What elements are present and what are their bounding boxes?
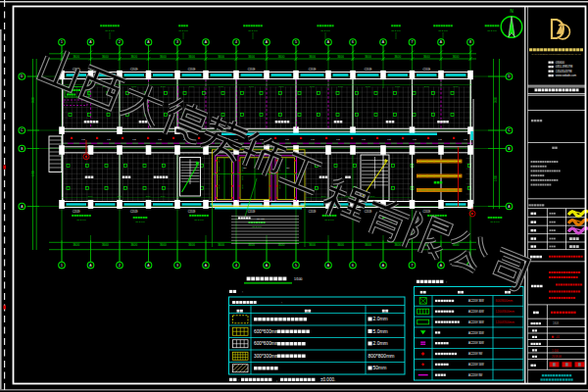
svg-text:4: 4 [235, 40, 237, 44]
svg-text:2400: 2400 [279, 85, 285, 87]
svg-text:Ch 2.700: Ch 2.700 [320, 29, 330, 32]
svg-text:AC220V 40W: AC220V 40W [468, 310, 484, 314]
svg-text:2.0mm: 2.0mm [373, 316, 388, 321]
svg-text:2400: 2400 [424, 85, 430, 87]
svg-text:800*800mm: 800*800mm [368, 353, 395, 359]
svg-text:AC220V 35W: AC220V 35W [468, 331, 484, 335]
svg-text:3600: 3600 [130, 55, 137, 59]
svg-text:C1519: C1519 [365, 210, 372, 214]
svg-text:3600: 3600 [73, 243, 79, 247]
svg-text:AC220V 36W: AC220V 36W [468, 320, 484, 324]
svg-text:3600: 3600 [453, 55, 460, 59]
svg-text:3600: 3600 [494, 97, 498, 103]
svg-text:3600: 3600 [365, 55, 371, 59]
svg-text:3600: 3600 [423, 55, 430, 59]
svg-text:3600: 3600 [394, 243, 401, 247]
svg-text:: www.sxdade.com: : www.sxdade.com [555, 74, 577, 77]
svg-text::: : [281, 301, 282, 305]
svg-text:7: 7 [412, 264, 414, 268]
svg-text:3600: 3600 [160, 55, 167, 59]
svg-text:C1519: C1519 [73, 210, 80, 214]
svg-text:2400: 2400 [131, 85, 137, 87]
svg-text:3600: 3600 [278, 55, 285, 59]
svg-text:,: , [276, 377, 277, 382]
svg-text:5.0mm: 5.0mm [373, 328, 388, 334]
svg-text:600*600mm: 600*600mm [254, 329, 279, 334]
svg-text:3600: 3600 [309, 243, 316, 247]
svg-text:Ch 4.50: Ch 4.50 [257, 218, 265, 220]
svg-text:3600: 3600 [278, 243, 285, 247]
svg-text:3600: 3600 [73, 55, 79, 59]
svg-text:1200X300mm: 1200X300mm [496, 320, 515, 324]
svg-text:3600: 3600 [160, 243, 167, 247]
svg-text:1808: 1808 [553, 321, 559, 325]
svg-text:N: N [510, 9, 513, 14]
svg-text:3600: 3600 [365, 243, 371, 247]
svg-text:Ch 2.700: Ch 2.700 [391, 29, 401, 32]
svg-text:C1519: C1519 [130, 68, 138, 72]
svg-text:3600: 3600 [31, 97, 35, 103]
svg-text:Ch 2.700: Ch 2.700 [438, 29, 448, 32]
svg-text:C1519: C1519 [188, 210, 196, 214]
svg-text:300*300mm: 300*300mm [254, 354, 279, 359]
svg-text:3600: 3600 [102, 243, 109, 247]
svg-text:: 13503543798: : 13503543798 [555, 70, 572, 74]
svg-text:3600: 3600 [218, 243, 224, 247]
svg-text:600*600mm: 600*600mm [254, 341, 279, 346]
svg-text:2400: 2400 [395, 85, 401, 87]
svg-text:2400: 2400 [366, 85, 371, 87]
svg-text:±0.000.: ±0.000. [320, 377, 335, 382]
svg-text::: : [446, 279, 447, 284]
svg-text:3600: 3600 [309, 55, 316, 59]
svg-text:7: 7 [412, 40, 414, 44]
svg-text:-01: -01 [556, 335, 560, 339]
svg-text:AC220V 30W: AC220V 30W [468, 341, 484, 345]
svg-text:2: 2 [119, 40, 121, 44]
svg-text:3600: 3600 [337, 243, 344, 247]
svg-text:C1519: C1519 [365, 68, 372, 72]
svg-text:3600: 3600 [394, 55, 401, 59]
svg-text:2018.06: 2018.06 [552, 355, 562, 359]
svg-text:2400: 2400 [338, 85, 344, 87]
svg-text:C1519: C1519 [309, 68, 317, 72]
svg-text:Ch 2.700: Ch 2.700 [487, 29, 497, 32]
svg-text:C1519: C1519 [422, 210, 430, 214]
svg-text:C1519: C1519 [248, 210, 256, 214]
svg-text:3600: 3600 [102, 55, 109, 59]
svg-text:C1519: C1519 [248, 68, 256, 72]
svg-text:C1519: C1519 [130, 210, 138, 214]
svg-text:3600: 3600 [337, 55, 344, 59]
svg-text:Ch 2.700: Ch 2.700 [178, 29, 188, 32]
svg-text:AC220V 16W: AC220V 16W [468, 363, 484, 367]
svg-text:: 0351-3985798: : 0351-3985798 [555, 65, 573, 69]
svg-text:5: 5 [295, 264, 297, 268]
svg-text::: : [238, 377, 239, 382]
svg-text:Ch 2.800: Ch 2.800 [135, 220, 145, 223]
svg-text:1: 1 [61, 264, 63, 268]
svg-text:AC220V 9W: AC220V 9W [468, 352, 483, 356]
svg-text:Ch 2.700: Ch 2.700 [105, 29, 115, 32]
svg-text:AC220V 36W: AC220V 36W [468, 299, 484, 303]
svg-text:5700: 5700 [494, 175, 498, 181]
svg-text:C1519: C1519 [309, 210, 317, 214]
svg-text:4: 4 [235, 264, 237, 268]
svg-text:2400: 2400 [161, 85, 167, 87]
svg-text:2400: 2400 [249, 85, 255, 87]
svg-text:3: 3 [176, 264, 178, 268]
svg-text:: 030600: : 030600 [555, 61, 565, 65]
svg-text:5: 5 [295, 40, 297, 44]
svg-text:Ch 2.700: Ch 2.700 [248, 29, 258, 32]
svg-text:3: 3 [176, 40, 178, 44]
svg-text:3600: 3600 [248, 243, 255, 247]
svg-text:3600: 3600 [130, 243, 137, 247]
svg-text:6: 6 [352, 264, 354, 268]
svg-text:Ch 2.800: Ch 2.800 [490, 220, 500, 223]
svg-text:50mm: 50mm [373, 365, 387, 370]
svg-text:2: 2 [119, 264, 121, 268]
svg-text:2400: 2400 [189, 85, 195, 87]
svg-text:Ch 2.800: Ch 2.800 [76, 219, 86, 221]
svg-text:3600: 3600 [188, 243, 195, 247]
svg-text:3600: 3600 [188, 55, 195, 59]
svg-text:6: 6 [352, 40, 354, 44]
svg-text:AC220V 8W: AC220V 8W [468, 373, 483, 377]
